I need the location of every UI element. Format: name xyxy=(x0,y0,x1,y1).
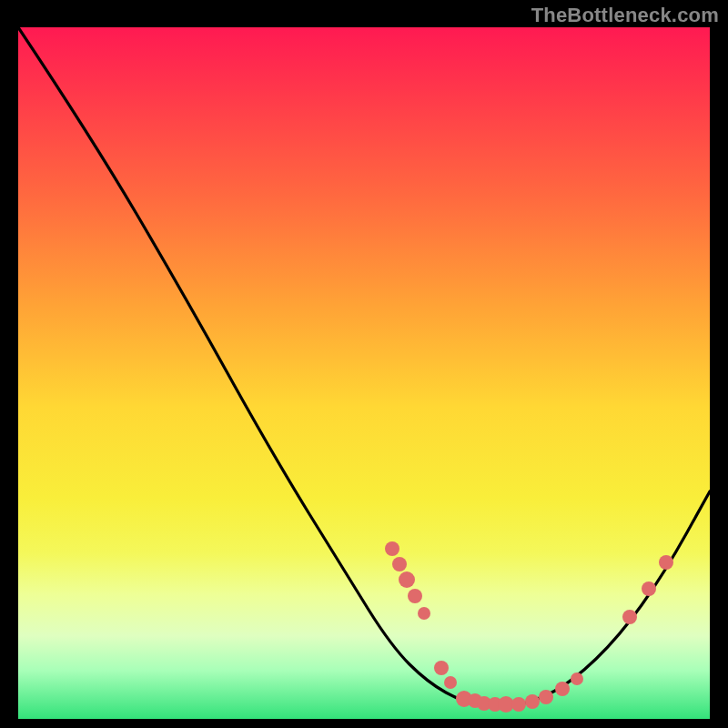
bottleneck-curve xyxy=(18,27,710,706)
data-marker xyxy=(444,676,457,689)
data-marker xyxy=(525,694,540,709)
data-marker xyxy=(642,581,656,596)
data-marker xyxy=(511,697,526,712)
data-marker xyxy=(392,557,407,571)
data-marker xyxy=(622,610,637,624)
data-markers-group xyxy=(385,541,673,713)
watermark-text: TheBottleneck.com xyxy=(531,4,719,27)
chart-svg xyxy=(18,27,710,719)
data-marker xyxy=(385,541,399,556)
data-marker xyxy=(434,661,449,675)
data-marker xyxy=(571,672,583,685)
data-marker xyxy=(539,690,553,704)
data-marker xyxy=(399,571,415,588)
data-marker xyxy=(408,589,422,603)
data-marker xyxy=(659,555,673,570)
data-marker xyxy=(555,682,570,696)
data-marker xyxy=(418,607,430,620)
chart-plot-area xyxy=(18,27,710,719)
